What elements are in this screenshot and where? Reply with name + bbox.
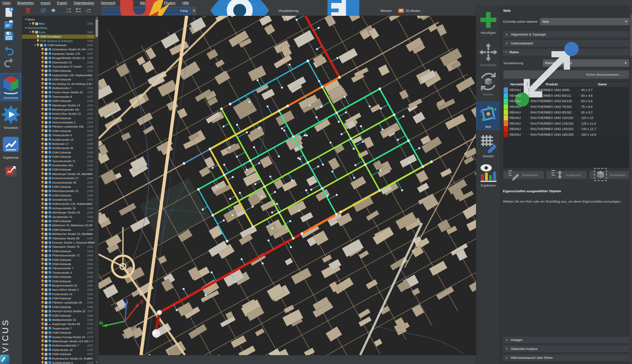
tree-item-1051[interactable]: Elsasser Straße 1, Elsasser Straß1051 [22, 240, 95, 244]
checkbox[interactable] [45, 121, 48, 124]
tree-item-1016[interactable]: Florian-Geyer-Straße 261016 [22, 90, 95, 94]
checkbox[interactable] [45, 276, 48, 278]
collapse-icon[interactable] [33, 44, 37, 47]
checkbox[interactable] [45, 216, 48, 218]
checkbox[interactable] [45, 284, 48, 287]
tree-item-1006[interactable]: Schandauer Straße 61 HH1006 [22, 48, 95, 52]
tree-item-1037[interactable]: Schaufußstraße 381037 [22, 180, 95, 184]
tree-item-1063[interactable]: Prellerstraße 341063 [22, 292, 95, 296]
tree-item-1024[interactable]: Pillnitzer Landstraße 43b1024 [22, 124, 95, 129]
rohre-dimensionieren-button[interactable]: Rohre dimensionieren ... [503, 70, 629, 79]
tree-item-1043[interactable]: Hofmannstraße 181043 [22, 206, 95, 210]
checkbox[interactable] [45, 250, 48, 252]
scrollbar-handle[interactable] [630, 14, 632, 56]
tree-item-1031[interactable]: OSM-Gebäude1031 [22, 155, 95, 159]
pipe-row-rauthermex-uno-125-182[interactable]: REHAURAUTHERMEX UNO 125/182125 x 11.4 [504, 121, 629, 126]
checkbox[interactable] [45, 254, 48, 257]
menu-import[interactable]: Import [41, 1, 50, 5]
rail-hinzuf-gen-button[interactable]: Hinzufügen [476, 8, 500, 36]
tree-item-1032[interactable]: Tauscherstraße 111032 [22, 159, 95, 163]
export-results-button[interactable] [5, 166, 17, 176]
mode-geometrie[interactable]: Geometrie [1, 73, 21, 101]
pipe-row-rauthermex-uno-90-162[interactable]: REHAURAUTHERMEX UNO 90/16290 x 8.2 [504, 110, 629, 115]
select-list-button[interactable] [75, 8, 82, 14]
rail-drehen-button[interactable]: Drehen [476, 70, 500, 97]
checkbox[interactable] [45, 61, 48, 64]
checkbox[interactable] [45, 336, 48, 338]
tree-item-1046[interactable]: OSM-Gebäude1046 [22, 219, 95, 223]
tree-item-1039[interactable]: Rittershausstraße 251039 [22, 189, 95, 193]
checkbox[interactable] [45, 258, 48, 261]
tree-item-1059[interactable]: OSM-Gebäude1059 [22, 275, 95, 279]
checkbox[interactable] [45, 198, 48, 201]
tree-item-1067[interactable]: Heinrich-Schütz-Straße 221067 [22, 309, 95, 314]
checkbox[interactable] [45, 74, 48, 76]
checkbox[interactable] [45, 310, 48, 313]
checkbox[interactable] [45, 134, 48, 137]
checkbox[interactable] [45, 361, 48, 364]
checkbox[interactable] [45, 112, 48, 115]
scroll-down-icon[interactable]: ▼ [96, 361, 98, 364]
tree-item-1011[interactable]: OSM-Gebäude1011 [22, 69, 95, 73]
tree-item-1073[interactable]: Gustav-Freytag-Straße 241073 [22, 335, 95, 339]
checkbox[interactable] [45, 220, 48, 222]
expand-icon[interactable] [29, 23, 32, 25]
rail-ergebnisse-button[interactable]: Ergebnisse [476, 161, 500, 188]
checkbox[interactable] [45, 78, 48, 81]
tree-item-1015[interactable]: Wuttkestraße 21015 [22, 86, 95, 90]
map-canvas[interactable]: NE [99, 16, 476, 355]
tree-item-1071[interactable]: Toeplerstraße 71071 [22, 326, 95, 330]
auswaehlen-button[interactable]: Auswählen [589, 171, 629, 179]
tree-item-1050[interactable]: Tolkewitzer Straße 881050 [22, 236, 95, 240]
checkbox[interactable] [45, 194, 48, 197]
checkbox[interactable] [45, 233, 48, 236]
checkbox[interactable] [40, 44, 43, 47]
checkbox[interactable] [45, 323, 48, 326]
tree-item-1035[interactable]: Altenberger Straße 30, Altenber1035 [22, 172, 95, 176]
tree-item-1079[interactable]: Schlüterstraße 61079 [22, 360, 95, 364]
checkbox[interactable] [45, 190, 48, 192]
tree-item-1069[interactable]: Waldparkstraße 2a1069 [22, 318, 95, 322]
checkbox[interactable] [35, 22, 38, 25]
checkbox[interactable] [45, 202, 48, 205]
tree-item-1010[interactable]: Trans4mation IT GmbH1010 [22, 64, 95, 68]
tree-item-1018[interactable]: OSM-Gebäude1018 [22, 99, 95, 103]
rail-netz-button[interactable]: Netz [476, 102, 500, 130]
tree-item-1000[interactable]: Netz1000 [22, 22, 95, 26]
tree-scrollbar[interactable]: ▲ ▼ [95, 16, 99, 364]
checkbox[interactable] [45, 172, 48, 175]
tree-item-1038[interactable]: OSM-Gebäude1038 [22, 184, 95, 189]
checkbox[interactable] [45, 185, 48, 188]
scroll-up-icon[interactable]: ▲ [96, 16, 98, 19]
tree-item-1056[interactable]: OSM-Gebäude1056 [22, 262, 95, 266]
tree-item-1029[interactable]: Schillerstraße 4k1029 [22, 146, 95, 150]
tree-item-1076[interactable]: Hüblerstraße 191076 [22, 348, 95, 352]
checkbox[interactable] [45, 306, 48, 308]
tree-item-1047[interactable]: Altstriesen 19, Altstriesen 21, Al1047 [22, 223, 95, 228]
checkbox[interactable] [45, 314, 48, 317]
tree-item-1068[interactable]: OSM-Gebäude1068 [22, 314, 95, 318]
tree-item-1034[interactable]: OSM-Gebäude1034 [22, 168, 95, 172]
checkbox[interactable] [35, 31, 38, 34]
tree-item-1023[interactable]: Stresemannplatz 21023 [22, 120, 95, 124]
tree-item-1028[interactable]: Beilstraße 171028 [22, 142, 95, 146]
tree-item-1033[interactable]: Goetheallee 36a1033 [22, 163, 95, 167]
checkbox[interactable] [45, 95, 48, 98]
checkbox[interactable] [45, 168, 48, 171]
tree-item-1014[interactable]: Am Anfang 10, Am Anfang 2, A1014 [22, 82, 95, 86]
tree-item-1012[interactable]: Hepkestraße 105, Hepkestraße1012 [22, 73, 95, 77]
tree-item-1026[interactable]: Thielaustraße 91026 [22, 133, 95, 138]
checkbox[interactable] [45, 288, 48, 291]
checkbox[interactable] [45, 262, 48, 265]
checkbox[interactable] [45, 357, 48, 360]
select-line-button[interactable] [85, 8, 92, 14]
tree-item-1003[interactable]: OSM Grundlayer1003 [22, 34, 95, 39]
austausch-button[interactable]: Austausch... [546, 171, 587, 179]
checkbox[interactable] [45, 353, 48, 356]
checkbox[interactable] [45, 318, 48, 321]
mode-simulation[interactable]: Simulation [1, 103, 21, 131]
snap-toggle-button[interactable]: Fang [103, 7, 191, 15]
tree-item-1072[interactable]: OSM-Gebäude1072 [22, 331, 95, 335]
tree-item-1049[interactable]: Mühlbacher Straße 10, Mühlbac1049 [22, 232, 95, 236]
menu-datei[interactable]: Datei [3, 1, 11, 5]
